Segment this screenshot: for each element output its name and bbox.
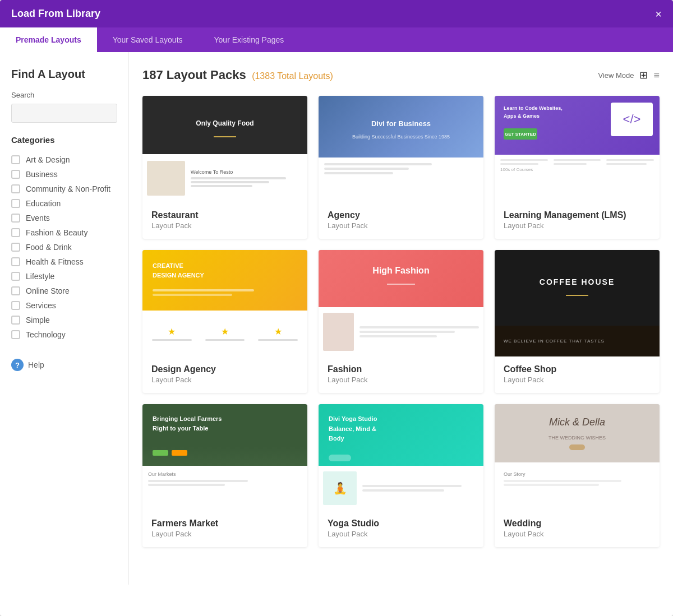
- category-checkbox-community[interactable]: [11, 184, 20, 193]
- card-type-wedding: Layout Pack: [504, 530, 651, 538]
- card-preview-farmers-market: Bringing Local FarmersRight to your Tabl…: [142, 404, 307, 511]
- tab-existing-pages[interactable]: Your Existing Pages: [199, 27, 300, 52]
- card-name-coffee-shop: Coffee Shop: [504, 364, 651, 374]
- layout-card-coffee-shop[interactable]: COFFEE HOUSE WE BELIEVE IN COFFEE THAT T…: [495, 250, 660, 393]
- category-label-technology: Technology: [26, 330, 66, 339]
- tabs-bar: Premade Layouts Your Saved Layouts Your …: [0, 27, 673, 52]
- layout-card-wedding[interactable]: Mick & Della THE WEDDING WISHES Our Stor…: [495, 404, 660, 547]
- category-label-events: Events: [26, 214, 50, 223]
- card-info-lms: Learning Management (LMS) Layout Pack: [495, 202, 660, 239]
- grid-view-icon[interactable]: ⊞: [639, 69, 648, 81]
- card-preview-fashion: High Fashion: [319, 250, 483, 356]
- category-item-services[interactable]: Services: [11, 298, 117, 313]
- help-link[interactable]: ? Help: [11, 359, 117, 371]
- category-item-community[interactable]: Community & Non-Profit: [11, 182, 117, 196]
- card-name-fashion: Fashion: [328, 364, 474, 374]
- tab-saved-layouts[interactable]: Your Saved Layouts: [97, 27, 199, 52]
- layout-card-fashion[interactable]: High Fashion Fashion Layout Pack: [319, 250, 483, 393]
- main-header: 187 Layout Packs (1383 Total Layouts) Vi…: [142, 68, 660, 82]
- card-preview-yoga-studio: Divi Yoga StudioBalance, Mind &Body 🧘: [319, 404, 483, 511]
- card-name-restaurant: Restaurant: [151, 210, 298, 220]
- card-name-wedding: Wedding: [504, 518, 651, 529]
- category-label-art: Art & Design: [26, 155, 70, 164]
- card-info-design-agency: Design Agency Layout Pack: [142, 356, 307, 393]
- category-checkbox-technology[interactable]: [11, 330, 20, 339]
- layout-card-lms[interactable]: Learn to Code Websites,Apps & Games GET …: [495, 96, 660, 239]
- close-button[interactable]: ×: [655, 8, 662, 20]
- card-preview-wedding: Mick & Della THE WEDDING WISHES Our Stor…: [495, 404, 660, 511]
- tab-premade-layouts[interactable]: Premade Layouts: [0, 27, 97, 52]
- sidebar-title: Find A Layout: [11, 68, 117, 81]
- category-item-simple[interactable]: Simple: [11, 313, 117, 327]
- category-item-lifestyle[interactable]: Lifestyle: [11, 269, 117, 284]
- card-preview-design-agency: CREATIVEDESIGN AGENCY ★ ★ ★: [142, 250, 307, 356]
- category-checkbox-events[interactable]: [11, 214, 20, 223]
- category-label-community: Community & Non-Profit: [26, 184, 110, 193]
- category-checkbox-education[interactable]: [11, 199, 20, 208]
- category-checkbox-business[interactable]: [11, 170, 20, 179]
- card-info-fashion: Fashion Layout Pack: [319, 356, 483, 393]
- category-checkbox-services[interactable]: [11, 301, 20, 310]
- category-checkbox-art[interactable]: [11, 155, 20, 164]
- category-item-online-store[interactable]: Online Store: [11, 284, 117, 298]
- category-item-art[interactable]: Art & Design: [11, 152, 117, 167]
- content-area: Find A Layout Search Categories Art & De…: [0, 52, 673, 585]
- category-item-education[interactable]: Education: [11, 196, 117, 211]
- help-icon: ?: [11, 359, 24, 371]
- category-label-fashion: Fashion & Beauty: [26, 228, 88, 237]
- card-name-farmers-market: Farmers Market: [151, 518, 298, 529]
- category-item-events[interactable]: Events: [11, 211, 117, 225]
- category-label-education: Education: [26, 199, 61, 208]
- card-name-yoga-studio: Yoga Studio: [328, 518, 474, 529]
- card-info-restaurant: Restaurant Layout Pack: [142, 202, 307, 239]
- card-preview-lms: Learn to Code Websites,Apps & Games GET …: [495, 96, 660, 202]
- category-item-health[interactable]: Health & Fitness: [11, 254, 117, 269]
- modal-title: Load From Library: [11, 8, 100, 20]
- card-type-agency: Layout Pack: [328, 221, 474, 230]
- category-label-business: Business: [26, 170, 58, 179]
- card-info-wedding: Wedding Layout Pack: [495, 511, 660, 547]
- sidebar: Find A Layout Search Categories Art & De…: [0, 52, 129, 585]
- load-from-library-modal: Load From Library × Premade Layouts Your…: [0, 0, 673, 616]
- category-label-health: Health & Fitness: [26, 257, 84, 266]
- category-checkbox-food[interactable]: [11, 243, 20, 252]
- search-label: Search: [11, 91, 117, 99]
- view-mode-label: View Mode: [598, 71, 634, 80]
- category-item-technology[interactable]: Technology: [11, 327, 117, 342]
- category-item-fashion[interactable]: Fashion & Beauty: [11, 225, 117, 240]
- layout-card-design-agency[interactable]: CREATIVEDESIGN AGENCY ★ ★ ★ Design Agenc…: [142, 250, 307, 393]
- main-area: 187 Layout Packs (1383 Total Layouts) Vi…: [129, 52, 673, 585]
- category-item-business[interactable]: Business: [11, 167, 117, 182]
- card-preview-agency: Divi for Business Building Successful Bu…: [319, 96, 483, 202]
- card-name-design-agency: Design Agency: [151, 364, 298, 374]
- count-label: 187 Layout Packs: [142, 68, 246, 82]
- card-type-farmers-market: Layout Pack: [151, 530, 298, 538]
- layout-card-farmers-market[interactable]: Bringing Local FarmersRight to your Tabl…: [142, 404, 307, 547]
- modal-header: Load From Library ×: [0, 0, 673, 27]
- category-checkbox-simple[interactable]: [11, 316, 20, 325]
- category-label-services: Services: [26, 301, 56, 310]
- card-type-design-agency: Layout Pack: [151, 376, 298, 384]
- category-checkbox-health[interactable]: [11, 257, 20, 266]
- category-item-food[interactable]: Food & Drink: [11, 240, 117, 254]
- list-view-icon[interactable]: ≡: [653, 70, 660, 81]
- card-type-fashion: Layout Pack: [328, 376, 474, 384]
- help-label: Help: [28, 360, 44, 369]
- category-checkbox-fashion[interactable]: [11, 228, 20, 237]
- card-info-agency: Agency Layout Pack: [319, 202, 483, 239]
- layout-card-restaurant[interactable]: Only Quality Food Welcome To Resto Resta…: [142, 96, 307, 239]
- card-type-yoga-studio: Layout Pack: [328, 530, 474, 538]
- categories-title: Categories: [11, 135, 117, 145]
- layout-card-agency[interactable]: Divi for Business Building Successful Bu…: [319, 96, 483, 239]
- category-checkbox-online-store[interactable]: [11, 286, 20, 295]
- layout-card-yoga-studio[interactable]: Divi Yoga StudioBalance, Mind &Body 🧘 Yo…: [319, 404, 483, 547]
- card-info-farmers-market: Farmers Market Layout Pack: [142, 511, 307, 547]
- card-type-restaurant: Layout Pack: [151, 221, 298, 230]
- category-checkbox-lifestyle[interactable]: [11, 272, 20, 281]
- card-preview-restaurant: Only Quality Food Welcome To Resto: [142, 96, 307, 202]
- search-input[interactable]: [11, 104, 117, 123]
- card-info-coffee-shop: Coffee Shop Layout Pack: [495, 356, 660, 393]
- total-label: (1383 Total Layouts): [252, 71, 333, 81]
- card-info-yoga-studio: Yoga Studio Layout Pack: [319, 511, 483, 547]
- category-label-online-store: Online Store: [26, 286, 70, 295]
